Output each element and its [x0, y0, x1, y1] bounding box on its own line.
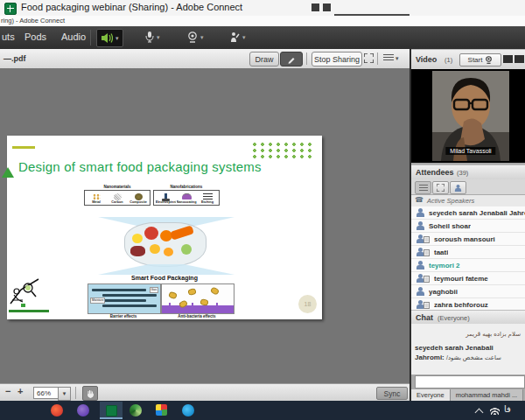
- attendees-count: (39): [457, 169, 468, 177]
- chat-tab-everyone[interactable]: Everyone: [411, 389, 451, 401]
- chevron-down-icon[interactable]: ▾: [396, 55, 399, 62]
- taskbar: فا: [0, 401, 525, 420]
- chevron-down-icon[interactable]: ▾: [157, 34, 160, 41]
- attendees-pod-title: Attendees: [416, 168, 454, 177]
- attendee-row[interactable]: Soheil shoar: [411, 220, 525, 233]
- fullscreen-button[interactable]: [364, 53, 374, 63]
- phone-pad-icon: [424, 276, 430, 283]
- chevron-down-icon[interactable]: ▾: [200, 34, 204, 41]
- pen-tool-button[interactable]: [280, 52, 303, 66]
- taskbar-adobe-connect-icon[interactable]: [100, 402, 122, 419]
- chevron-down-icon[interactable]: ▾: [116, 35, 119, 42]
- slide-accent-line: [12, 146, 35, 149]
- menu-layouts[interactable]: uts: [2, 32, 15, 42]
- attendee-row[interactable]: taati: [411, 246, 525, 259]
- shared-document-name: —.pdf: [4, 54, 26, 63]
- webcam-icon: [485, 56, 493, 64]
- nanofabrications-label: Nanofabrications: [153, 185, 220, 189]
- draw-button[interactable]: Draw: [249, 52, 279, 66]
- zoom-in-button[interactable]: +: [18, 387, 23, 396]
- chat-message-text: ساعت مشخص بشود/: [446, 354, 501, 360]
- menu-bar: uts Pods Audio ▾ ▾ ▾: [0, 26, 525, 50]
- apple-graphic: [144, 227, 158, 240]
- bacteria-graphic: [187, 288, 197, 296]
- adobe-connect-icon: [106, 405, 117, 416]
- start-webcam-button[interactable]: Start: [459, 53, 501, 66]
- zoom-out-button[interactable]: −: [5, 387, 10, 396]
- chat-tab-private[interactable]: mohammad mahdi ...: [451, 389, 523, 401]
- person-icon: [416, 261, 424, 270]
- stop-sharing-button[interactable]: Stop Sharing: [312, 52, 362, 66]
- phone-pad-icon: [424, 302, 430, 309]
- video-count: (1): [444, 56, 452, 64]
- attendee-grid-view-button[interactable]: [432, 181, 449, 194]
- attendee-row[interactable]: yaghobii: [411, 285, 525, 298]
- taskbar-app-icon[interactable]: [156, 404, 167, 416]
- zoom-dropdown-button[interactable]: ▾: [58, 387, 71, 401]
- filmstrip-view-icon[interactable]: [514, 55, 524, 63]
- funnel-shape: [98, 264, 234, 275]
- attendee-name: soroush mansouri: [434, 235, 495, 243]
- webcam-button[interactable]: ▾: [184, 29, 207, 46]
- window-button-icon[interactable]: [312, 4, 319, 11]
- meat-graphic: [130, 246, 145, 256]
- pan-tool-button[interactable]: [82, 386, 98, 401]
- maze-bar: [92, 289, 146, 291]
- window-title: Food packaging webinar (Sharing) - Adobe…: [21, 2, 242, 12]
- menu-pods[interactable]: Pods: [24, 32, 46, 42]
- electrospinning-icon: [164, 193, 167, 200]
- person-icon: [416, 221, 424, 230]
- share-pod-footer: − + 66% ▾ Sync: [0, 383, 410, 402]
- attendee-list-view-button[interactable]: [415, 181, 431, 194]
- carbon-caption: Carbon: [108, 200, 128, 204]
- webcam-feed: Milad Tavassoli: [432, 71, 509, 161]
- microphone-button[interactable]: ▾: [142, 29, 164, 46]
- sidebar: Video (1) Start: [411, 49, 525, 401]
- logo-text-line: [9, 310, 49, 312]
- wifi-icon[interactable]: [490, 406, 500, 415]
- phone-icon: ☎: [415, 196, 424, 204]
- raise-hand-button[interactable]: ▾: [226, 29, 249, 46]
- taskbar-app-icon[interactable]: [77, 404, 89, 416]
- taskbar-telegram-icon[interactable]: [182, 404, 194, 416]
- share-pod-header: —.pdf Draw Stop Sharing ▾: [0, 49, 410, 69]
- tray-caret-icon[interactable]: [476, 407, 483, 414]
- window-button-icon[interactable]: [323, 4, 331, 11]
- chevron-down-icon[interactable]: ▾: [242, 34, 246, 41]
- attendee-row[interactable]: zahra behforouz: [411, 298, 525, 310]
- speaker-button[interactable]: ▾: [96, 29, 123, 47]
- attendee-status-view-button[interactable]: [450, 181, 466, 194]
- bacteria-graphic: [168, 291, 178, 300]
- divider: [377, 52, 378, 65]
- grid-view-icon[interactable]: [503, 55, 513, 63]
- lime-graphic: [181, 244, 192, 255]
- lemon-graphic: [150, 244, 160, 254]
- secondary-titlebar: ring) - Adobe Connect: [0, 16, 525, 26]
- smart-food-packaging-label: Smart Food Packaging: [77, 275, 252, 281]
- attendee-row[interactable]: soroush mansouri: [411, 233, 525, 246]
- barrier-effects-caption: Barrier effects: [88, 314, 159, 318]
- taskbar-app-icon[interactable]: [130, 404, 142, 416]
- maze-bar: [102, 304, 157, 307]
- slide-title: Design of smart food packaging systems: [18, 159, 312, 174]
- chat-scope: (Everyone): [438, 314, 470, 322]
- attendee-row[interactable]: teymori 2: [411, 259, 525, 272]
- attendee-row[interactable]: seyedeh sarah Jenabali Jahromi: [411, 206, 525, 220]
- metal-icon: [93, 193, 101, 200]
- taskbar-app-icon[interactable]: [51, 404, 63, 416]
- slide-page-number: 18: [298, 295, 317, 313]
- attendee-name: teymouri fateme: [434, 275, 488, 283]
- start-label: Start: [468, 56, 483, 64]
- chat-input[interactable]: [415, 375, 525, 388]
- menu-audio[interactable]: Audio: [61, 32, 86, 42]
- webcam-icon: [187, 32, 198, 43]
- sync-button[interactable]: Sync: [376, 387, 408, 400]
- language-indicator[interactable]: فا: [504, 404, 511, 414]
- video-pod-header: Video (1) Start: [411, 49, 525, 70]
- attendee-row[interactable]: teymouri fateme: [411, 272, 525, 285]
- pod-options-icon[interactable]: [383, 54, 394, 61]
- carrot-graphic: [170, 225, 194, 241]
- attendee-name: Soheil shoar: [429, 222, 471, 230]
- attendees-toolbar: [411, 179, 525, 195]
- maze-bar: [102, 294, 157, 297]
